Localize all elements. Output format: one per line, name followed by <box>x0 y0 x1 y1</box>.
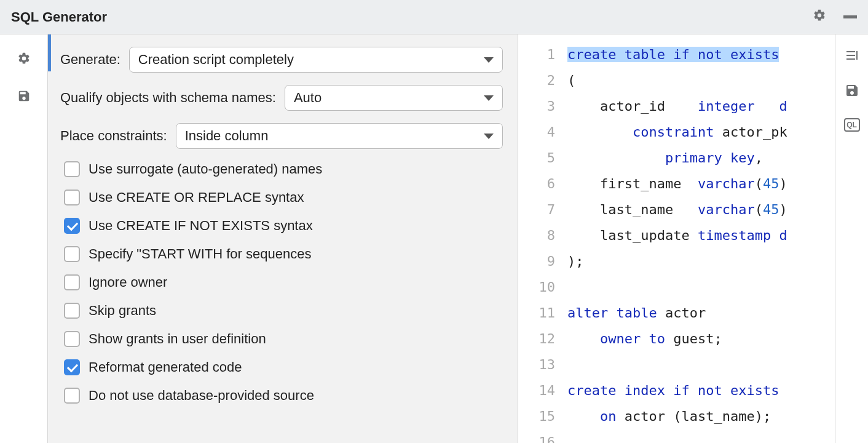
code-token <box>567 124 633 140</box>
code-token: create index if not exists <box>567 383 779 398</box>
checkbox-row[interactable]: Skip grants <box>64 303 503 319</box>
left-toolbar <box>0 34 48 443</box>
checkbox[interactable] <box>64 190 80 206</box>
ql-icon[interactable]: QL <box>844 118 860 132</box>
checkbox[interactable] <box>64 218 80 234</box>
code-token: timestamp <box>698 228 771 243</box>
line-gutter: 12345678910111213141516 <box>518 34 564 443</box>
line-number: 9 <box>518 249 555 274</box>
checkbox-label: Skip grants <box>89 303 156 319</box>
active-category-indicator <box>48 34 51 71</box>
line-number: 2 <box>518 68 555 94</box>
right-toolbar: QL <box>835 34 868 443</box>
code-token: actor_id <box>567 98 698 114</box>
code-token: create table if not exists <box>567 47 779 62</box>
code-token: last_name <box>567 202 698 217</box>
code-token <box>567 409 600 424</box>
checkbox-list: Use surrogate (auto-generated) namesUse … <box>60 161 503 404</box>
code-token: 45 <box>763 202 779 217</box>
list-icon[interactable] <box>845 48 859 66</box>
code-token: integer <box>698 98 755 114</box>
line-number: 12 <box>518 326 555 352</box>
code-token: ( <box>755 176 763 191</box>
code-token: last_update <box>567 228 698 243</box>
line-number: 7 <box>518 197 555 223</box>
code-token: varchar <box>698 202 755 217</box>
settings-icon[interactable] <box>813 9 826 25</box>
window-title: SQL Generator <box>11 9 107 25</box>
checkbox[interactable] <box>64 246 80 262</box>
line-number: 16 <box>518 429 555 443</box>
line-number: 10 <box>518 274 555 300</box>
checkbox-row[interactable]: Use surrogate (auto-generated) names <box>64 161 503 177</box>
line-number: 4 <box>518 119 555 145</box>
generate-label: Generate: <box>60 52 120 68</box>
checkbox-label: Specify "START WITH for sequences <box>89 246 311 262</box>
code-token: d <box>755 98 787 114</box>
constraints-select[interactable]: Inside column <box>176 123 503 149</box>
save-icon[interactable] <box>17 89 31 106</box>
code-token: alter table <box>567 305 657 321</box>
qualify-label: Qualify objects with schema names: <box>60 90 276 106</box>
code-token: d <box>771 228 787 243</box>
chevron-down-icon <box>484 95 494 101</box>
line-number: 15 <box>518 404 555 429</box>
code-token: on <box>600 409 617 424</box>
qualify-value: Auto <box>294 90 322 106</box>
constraints-value: Inside column <box>185 128 269 144</box>
generate-select[interactable]: Creation script completely <box>129 47 503 73</box>
line-number: 1 <box>518 42 555 68</box>
checkbox[interactable] <box>64 161 80 177</box>
save-icon[interactable] <box>845 83 859 101</box>
code-token: first_name <box>567 176 698 191</box>
checkbox-row[interactable]: Reformat generated code <box>64 359 503 375</box>
code-token <box>567 150 665 166</box>
line-number: 5 <box>518 145 555 171</box>
code-token <box>567 331 600 346</box>
checkbox-row[interactable]: Ignore owner <box>64 274 503 290</box>
code-token: owner to <box>600 331 665 346</box>
gear-icon[interactable] <box>17 52 31 68</box>
checkbox-label: Do not use database-provided source <box>89 388 314 404</box>
checkbox-label: Ignore owner <box>89 274 167 290</box>
checkbox[interactable] <box>64 388 80 404</box>
line-number: 14 <box>518 378 555 404</box>
checkbox-row[interactable]: Use CREATE OR REPLACE syntax <box>64 190 503 206</box>
checkbox-row[interactable]: Show grants in user definition <box>64 331 503 347</box>
checkbox-label: Show grants in user definition <box>89 331 266 347</box>
code-token: primary key <box>665 150 755 166</box>
checkbox-row[interactable]: Do not use database-provided source <box>64 388 503 404</box>
checkbox[interactable] <box>64 274 80 290</box>
sql-preview: 12345678910111213141516 create table if … <box>518 34 868 443</box>
chevron-down-icon <box>484 57 494 63</box>
chevron-down-icon <box>484 134 494 139</box>
code-token: , <box>755 150 763 166</box>
titlebar: SQL Generator <box>0 0 868 34</box>
minimize-icon[interactable] <box>843 15 857 18</box>
checkbox-row[interactable]: Specify "START WITH for sequences <box>64 246 503 262</box>
line-number: 8 <box>518 223 555 249</box>
qualify-select[interactable]: Auto <box>285 85 503 111</box>
code-area[interactable]: create table if not exists( actor_id int… <box>564 34 787 443</box>
code-token: ); <box>567 253 584 269</box>
code-token: actor (last_name); <box>616 409 771 424</box>
checkbox[interactable] <box>64 331 80 347</box>
line-number: 11 <box>518 300 555 326</box>
code-token: constraint <box>633 124 714 140</box>
options-panel: Generate: Creation script completely Qua… <box>48 34 518 443</box>
code-token: actor <box>657 305 706 321</box>
checkbox[interactable] <box>64 303 80 319</box>
code-token: varchar <box>698 176 755 191</box>
code-token: 45 <box>763 176 779 191</box>
line-number: 3 <box>518 94 555 119</box>
code-token: ) <box>779 176 787 191</box>
generate-value: Creation script completely <box>138 52 294 68</box>
checkbox-row[interactable]: Use CREATE IF NOT EXISTS syntax <box>64 218 503 234</box>
constraints-label: Place constraints: <box>60 128 167 144</box>
checkbox-label: Reformat generated code <box>89 359 242 375</box>
checkbox[interactable] <box>64 359 80 375</box>
line-number: 6 <box>518 171 555 197</box>
checkbox-label: Use CREATE OR REPLACE syntax <box>89 190 304 206</box>
code-token: ( <box>567 73 575 88</box>
code-token: guest; <box>665 331 722 346</box>
